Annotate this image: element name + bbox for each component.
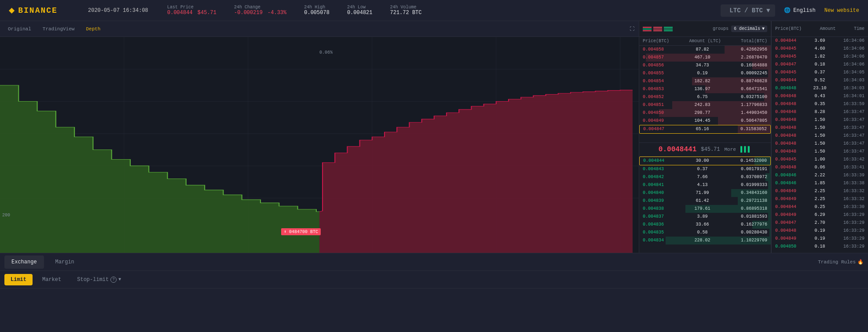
th-trade-price: 0.004845 — [775, 45, 796, 52]
ob-bid-row[interactable]: 0.004841 4.13 0.01999333 — [639, 181, 771, 189]
th-trade-amount: 1.50 — [814, 117, 825, 124]
new-website-link[interactable]: New website — [824, 7, 859, 14]
ob-ask-amount: 65.16 — [696, 126, 709, 133]
ob-ask-row[interactable]: 0.004849 104.45 0.50647805 — [639, 117, 771, 125]
ob-chart-icon: ▌▌▌ — [740, 146, 751, 153]
ob-bid-amount: 30.00 — [696, 157, 709, 164]
th-trade-price: 0.004848 — [775, 124, 796, 131]
ob-ask-row[interactable]: 0.004847 65.16 0.31583052 — [639, 125, 771, 134]
th-trade-amount: 0.37 — [814, 69, 825, 76]
th-col-price: Price(BTC) — [775, 26, 802, 31]
ob-bid-price: 0.004834 — [643, 237, 664, 244]
ob-bid-price: 0.004842 — [643, 174, 664, 181]
ob-bid-row[interactable]: 0.004834 228.02 1.10229709 — [639, 237, 771, 244]
th-trade-time: 16:33:47 — [843, 109, 864, 116]
tab-exchange[interactable]: Exchange — [4, 255, 44, 269]
trading-rules-link[interactable]: Trading Rules 🔥 — [818, 259, 864, 265]
ob-ask-row[interactable]: 0.004858 87.82 0.42662956 — [639, 46, 771, 54]
th-trade-price: 0.004849 — [775, 196, 796, 203]
fire-icon: 🔥 — [857, 259, 864, 265]
chart-btn-depth[interactable]: Depth — [82, 25, 104, 33]
ob-ask-total: 0.00092245 — [741, 70, 767, 77]
stop-limit-arrow-icon[interactable]: ▼ — [118, 277, 121, 282]
ob-groups-label: groups — [713, 26, 729, 31]
ob-ask-price: 0.004847 — [643, 126, 664, 133]
pair-selector[interactable]: LTC / BTC ▼ — [721, 4, 775, 17]
th-trade-time: 16:33:32 — [843, 188, 864, 195]
ob-ask-row[interactable]: 0.004856 34.73 0.16864888 — [639, 62, 771, 69]
ob-bid-row[interactable]: 0.004844 30.00 0.14532000 — [639, 157, 771, 165]
th-trade-time: 16:34:06 — [843, 37, 864, 44]
th-trade-amount: 0.19 — [814, 227, 825, 234]
order-tab-limit[interactable]: Limit — [4, 274, 33, 285]
order-book: groups 6 decimals ▼ Price(BTC) Amount (L… — [639, 21, 771, 253]
ob-bid-row[interactable]: 0.004839 61.42 0.29721138 — [639, 197, 771, 205]
ob-decimals-value: 6 decimals — [734, 26, 760, 31]
th-trade-time: 16:34:03 — [843, 77, 864, 84]
th-trade-amount: 4.60 — [814, 45, 825, 52]
ob-bid-row[interactable]: 0.004836 33.66 0.16277976 — [639, 221, 771, 229]
stop-limit-info-icon[interactable]: ? — [110, 277, 117, 283]
tab-margin[interactable]: Margin — [48, 255, 81, 269]
order-tab-stop-limit[interactable]: Stop-limit ? ▼ — [71, 274, 127, 285]
th-trade-row: 0.004844 0.25 16:33:30 — [772, 203, 868, 211]
th-trade-row: 0.004848 23.10 16:34:03 — [772, 84, 868, 92]
ob-bid-row[interactable]: 0.004835 0.58 0.00280430 — [639, 229, 771, 237]
th-trade-amount: 2.25 — [814, 188, 825, 195]
th-trade-price: 0.004848 — [775, 148, 796, 155]
ob-bid-row[interactable]: 0.004842 7.66 0.03708972 — [639, 173, 771, 181]
ob-ask-row[interactable]: 0.004855 0.19 0.00092245 — [639, 69, 771, 77]
fullscreen-button[interactable]: ⛶ — [630, 26, 634, 32]
th-trade-price: 0.004848 — [775, 140, 796, 147]
trade-history: Price(BTC) Amount Time 0.004844 3.69 16:… — [771, 21, 868, 253]
order-tab-market[interactable]: Market — [36, 274, 67, 285]
ob-bid-rows: 0.004844 30.00 0.14532000 0.004843 0.37 … — [639, 157, 771, 253]
th-trade-amount: 0.35 — [814, 101, 825, 108]
ob-ask-row[interactable]: 0.004851 242.83 1.17796833 — [639, 101, 771, 109]
ob-ask-row[interactable]: 0.004854 182.82 0.88740828 — [639, 77, 771, 85]
ob-ask-rows: 0.004858 87.82 0.42662956 0.004857 467.1… — [639, 46, 771, 142]
th-trade-price: 0.004848 — [775, 117, 796, 124]
svg-marker-11 — [319, 90, 633, 253]
ob-bid-amount: 0.58 — [697, 229, 707, 236]
ob-col-price: Price(BTC) — [643, 39, 669, 44]
ob-bid-row[interactable]: 0.004843 0.37 0.00179191 — [639, 165, 771, 173]
ob-icon-bids[interactable] — [664, 26, 673, 33]
datetime-display: 2020-05-07 16:34:08 — [79, 7, 158, 14]
th-trade-price: 0.004848 — [775, 227, 796, 234]
volume-value: 721.72 BTC — [390, 10, 421, 16]
bottom-price-tag: ⬆ 0484700 BTC — [281, 228, 321, 235]
chart-btn-original[interactable]: Original — [4, 25, 35, 33]
ob-icon-both[interactable] — [643, 26, 652, 33]
ob-decimals-selector[interactable]: 6 decimals ▼ — [731, 26, 767, 32]
ob-ask-total: 0.03275100 — [741, 94, 767, 101]
ob-icon-asks[interactable] — [653, 26, 662, 33]
ob-mid-price-value: 0.0048441 — [659, 146, 696, 153]
ob-more-button[interactable]: More — [725, 147, 736, 152]
th-trade-amount: 1.50 — [814, 132, 825, 139]
ob-ask-amount: 87.82 — [696, 46, 709, 53]
ob-bid-row[interactable]: 0.004838 179.61 0.86895318 — [639, 205, 771, 213]
th-trade-time: 16:33:29 — [843, 243, 864, 250]
ob-ask-row[interactable]: 0.004853 136.97 0.66471541 — [639, 85, 771, 93]
ob-ask-row[interactable]: 0.004857 467.10 2.26870470 — [639, 54, 771, 62]
ob-bid-price: 0.004837 — [643, 213, 664, 220]
ob-bid-total: 0.01881593 — [741, 213, 767, 220]
ob-bid-row[interactable]: 0.004840 71.99 0.34843160 — [639, 189, 771, 197]
th-trade-row: 0.004846 2.22 16:33:39 — [772, 171, 868, 179]
ob-bid-price: 0.004843 — [643, 166, 664, 173]
ob-bid-total: 0.00179191 — [741, 166, 767, 173]
ob-bid-price: 0.004835 — [643, 229, 664, 236]
ob-ask-row[interactable]: 0.004852 6.75 0.03275100 — [639, 93, 771, 101]
depth-chart-canvas: 0.06% 200 — [0, 37, 639, 253]
language-selector[interactable]: 🌐 English — [784, 7, 815, 14]
chart-btn-tradingview[interactable]: TradingView — [39, 25, 78, 33]
ob-ask-row[interactable]: 0.004850 298.77 1.44903450 — [639, 109, 771, 117]
th-trade-amount: 1.50 — [814, 148, 825, 155]
last-price-label: Last Price — [167, 5, 216, 10]
th-trade-row: 0.004847 0.18 16:34:06 — [772, 61, 868, 69]
th-trade-row: 0.004844 3.69 16:34:06 — [772, 37, 868, 45]
th-trade-time: 16:33:29 — [843, 212, 864, 219]
ob-bid-row[interactable]: 0.004837 3.89 0.01881593 — [639, 213, 771, 221]
th-trade-amount: 1.85 — [814, 180, 825, 187]
